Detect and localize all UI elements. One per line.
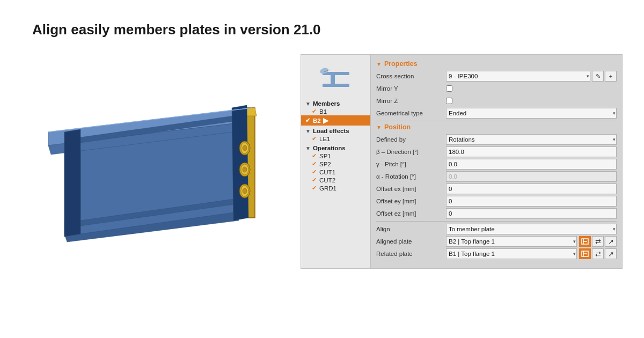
mirror-z-row: Mirror Z xyxy=(376,95,617,106)
geometrical-type-select-wrapper: Ended ▾ xyxy=(446,108,617,119)
align-icon-2 xyxy=(581,251,589,257)
grd1-check: ✔ xyxy=(312,185,317,192)
aligned-plate-orange-btn1[interactable] xyxy=(579,236,591,247)
related-plate-select-wrapper: B1 | Top flange 1 ▾ xyxy=(446,248,577,259)
cut2-label: CUT2 xyxy=(319,177,335,183)
mirror-y-row: Mirror Y xyxy=(376,83,617,94)
section-properties-header: ▼ Properties xyxy=(376,60,617,68)
aligned-plate-label: Aligned plate xyxy=(376,238,446,245)
related-plate-orange-btn1[interactable] xyxy=(579,248,591,259)
panel-container: ▼ Members ✔ B1 ✔ B2 ▶ ▼ Load effects xyxy=(301,54,623,269)
defined-by-row: Defined by Rotations ▾ xyxy=(376,134,617,145)
b2-arrow: ▶ xyxy=(323,116,328,124)
section-properties-label: Properties xyxy=(384,60,418,68)
geometrical-type-row: Geometrical type Ended ▾ xyxy=(376,108,617,119)
operations-label: Operations xyxy=(313,145,346,151)
members-label: Members xyxy=(313,100,340,107)
defined-by-select[interactable]: Rotations xyxy=(446,134,617,145)
ops-triangle: ▼ xyxy=(305,145,311,151)
le1-check: ✔ xyxy=(312,135,317,142)
b2-check: ✔ xyxy=(305,117,310,124)
offset-ey-label: Offset ey [mm] xyxy=(376,198,446,204)
main-content: ▼ Members ✔ B1 ✔ B2 ▶ ▼ Load effects xyxy=(32,54,623,327)
tree-section-members[interactable]: ▼ Members xyxy=(301,98,370,107)
cross-section-label: Cross-section xyxy=(376,73,446,79)
defined-by-select-wrapper: Rotations ▾ xyxy=(446,134,617,145)
rotation-row: α - Rotation [°] xyxy=(376,171,617,182)
aligned-plate-select[interactable]: B2 | Top flange 1 xyxy=(446,236,577,247)
cross-section-add-btn[interactable]: + xyxy=(605,71,617,82)
geometrical-type-select[interactable]: Ended xyxy=(446,108,617,119)
offset-ez-input[interactable] xyxy=(446,208,617,219)
align-select[interactable]: To member plate xyxy=(446,224,617,234)
b1-check: ✔ xyxy=(312,108,317,115)
svg-point-18 xyxy=(243,167,247,172)
members-triangle: ▼ xyxy=(305,101,311,107)
tree-item-grd1[interactable]: ✔ GRD1 xyxy=(301,184,370,192)
align-row: Align To member plate ▾ xyxy=(376,224,617,234)
direction-label: β – Direction [°] xyxy=(376,149,446,155)
cross-section-select-wrapper: 9 - IPE300 ▾ xyxy=(446,71,590,82)
tree-section-operations[interactable]: ▼ Operations xyxy=(301,143,370,152)
b2-label: B2 xyxy=(313,117,321,124)
divider-2 xyxy=(376,221,617,222)
cross-section-edit-btn[interactable]: ✎ xyxy=(592,71,604,82)
svg-rect-25 xyxy=(323,84,349,87)
related-plate-select-btn[interactable]: ↗ xyxy=(605,248,617,259)
page-title: Align easily members plates in version 2… xyxy=(32,21,623,38)
preview-icon xyxy=(320,62,352,92)
tree-item-sp2[interactable]: ✔ SP2 xyxy=(301,160,370,168)
tree-panel: ▼ Members ✔ B1 ✔ B2 ▶ ▼ Load effects xyxy=(301,54,370,269)
related-plate-arrow-btn[interactable]: ⇄ xyxy=(592,248,604,259)
pitch-input[interactable] xyxy=(446,159,617,170)
svg-point-15 xyxy=(243,145,247,151)
direction-input[interactable] xyxy=(446,146,617,157)
offset-ex-label: Offset ex [mm] xyxy=(376,186,446,192)
tree-item-cut2[interactable]: ✔ CUT2 xyxy=(301,176,370,184)
svg-marker-12 xyxy=(64,129,80,237)
offset-ex-input[interactable] xyxy=(446,183,617,194)
aligned-plate-select-wrapper: B2 | Top flange 1 ▾ xyxy=(446,236,577,247)
tree-item-b2[interactable]: ✔ B2 ▶ xyxy=(301,115,370,126)
tree-item-le1[interactable]: ✔ LE1 xyxy=(301,135,370,143)
tree-item-b1[interactable]: ✔ B1 xyxy=(301,107,370,115)
related-plate-row: Related plate B1 | Top flange 1 ▾ xyxy=(376,248,617,259)
tree-section-load-effects[interactable]: ▼ Load effects xyxy=(301,126,370,135)
mirror-z-checkbox[interactable] xyxy=(446,98,452,104)
pitch-label: γ - Pitch [°] xyxy=(376,161,446,167)
le-triangle: ▼ xyxy=(305,128,311,134)
tree-preview xyxy=(301,58,370,96)
direction-row: β – Direction [°] xyxy=(376,146,617,157)
tree-item-cut1[interactable]: ✔ CUT1 xyxy=(301,168,370,176)
offset-ez-row: Offset ez [mm] xyxy=(376,208,617,219)
cut2-check: ✔ xyxy=(312,177,317,183)
load-effects-label: Load effects xyxy=(313,128,349,134)
cross-section-select[interactable]: 9 - IPE300 xyxy=(446,71,590,82)
divider-1 xyxy=(376,121,617,121)
sp1-label: SP1 xyxy=(319,153,331,159)
align-select-wrapper: To member plate ▾ xyxy=(446,224,617,234)
aligned-plate-select-btn[interactable]: ↗ xyxy=(605,236,617,247)
properties-collapse-icon: ▼ xyxy=(376,61,382,67)
rotation-input[interactable] xyxy=(446,171,617,182)
properties-panel: ▼ Properties Cross-section 9 - IPE300 ▾ … xyxy=(370,54,623,269)
cut1-label: CUT1 xyxy=(319,169,335,175)
offset-ez-label: Offset ez [mm] xyxy=(376,210,446,217)
sp2-label: SP2 xyxy=(319,161,331,167)
mirror-y-checkbox[interactable] xyxy=(446,85,452,92)
le1-label: LE1 xyxy=(319,136,330,142)
aligned-plate-arrow-btn[interactable]: ⇄ xyxy=(592,236,604,247)
offset-ex-row: Offset ex [mm] xyxy=(376,183,617,194)
related-plate-label: Related plate xyxy=(376,251,446,257)
sp1-check: ✔ xyxy=(312,152,317,159)
position-collapse-icon: ▼ xyxy=(376,124,382,130)
beam-illustration xyxy=(32,54,290,258)
aligned-plate-row: Aligned plate B2 | Top flange 1 ▾ xyxy=(376,236,617,247)
offset-ey-input[interactable] xyxy=(446,196,617,207)
related-plate-select[interactable]: B1 | Top flange 1 xyxy=(446,248,577,259)
tree-item-sp1[interactable]: ✔ SP1 xyxy=(301,152,370,160)
align-label: Align xyxy=(376,226,446,232)
b1-label: B1 xyxy=(319,108,327,115)
mirror-z-label: Mirror Z xyxy=(376,98,446,104)
align-icon-1 xyxy=(581,238,589,245)
